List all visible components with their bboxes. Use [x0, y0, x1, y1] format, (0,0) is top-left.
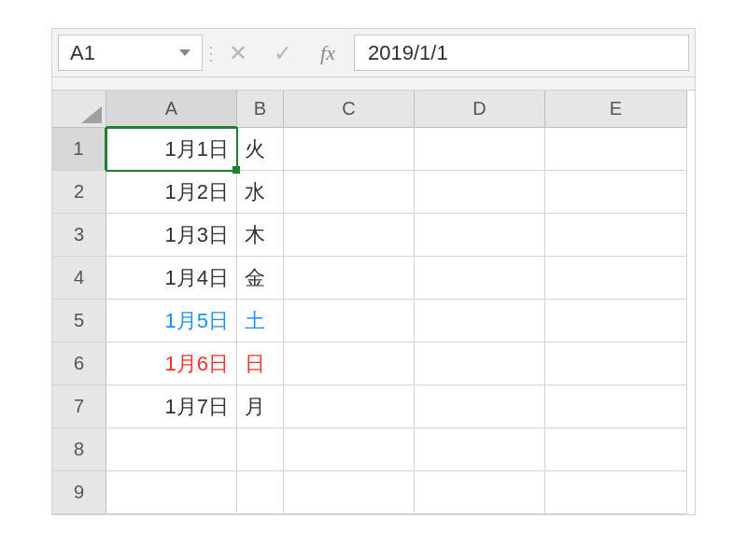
- column-header-B[interactable]: B: [237, 91, 284, 128]
- cell-value: 水: [245, 178, 265, 206]
- fill-handle[interactable]: [233, 166, 240, 174]
- row-header-6[interactable]: 6: [52, 343, 106, 385]
- cell-value: 1月3日: [165, 221, 229, 249]
- cell-D2[interactable]: [415, 171, 545, 214]
- cell-D4[interactable]: [415, 257, 545, 300]
- cell-E9[interactable]: [545, 471, 687, 514]
- formula-input[interactable]: 2019/1/1: [354, 35, 689, 71]
- cell-value: 1月5日: [165, 307, 229, 335]
- cell-B5[interactable]: 土: [237, 300, 284, 343]
- cell-value: 1月1日: [165, 135, 229, 163]
- cell-B8[interactable]: [237, 428, 284, 471]
- cell-A3[interactable]: 1月3日: [106, 214, 237, 257]
- cell-D9[interactable]: [415, 471, 545, 514]
- formula-input-value: 2019/1/1: [368, 41, 448, 65]
- cell-A8[interactable]: [106, 428, 237, 471]
- cell-C1[interactable]: [284, 128, 415, 171]
- cell-C8[interactable]: [284, 428, 415, 471]
- cell-A9[interactable]: [106, 471, 237, 514]
- cell-value: 金: [245, 264, 265, 292]
- cell-C3[interactable]: [284, 214, 415, 257]
- name-box[interactable]: A1: [58, 35, 203, 71]
- column-header-D[interactable]: D: [415, 91, 545, 128]
- cell-E2[interactable]: [545, 171, 687, 214]
- cell-B6[interactable]: 日: [237, 343, 284, 385]
- formula-bar-separator: ⋮: [206, 29, 216, 77]
- cell-D1[interactable]: [415, 128, 545, 171]
- cell-E6[interactable]: [545, 343, 687, 385]
- cell-value: 火: [245, 135, 265, 163]
- row-header-5[interactable]: 5: [52, 300, 106, 343]
- cell-C5[interactable]: [284, 300, 415, 343]
- cell-A2[interactable]: 1月2日: [106, 171, 237, 214]
- cell-D5[interactable]: [415, 300, 545, 343]
- row-header-8[interactable]: 8: [52, 428, 106, 471]
- ribbon-spacer: [52, 77, 695, 91]
- enter-button[interactable]: ✓: [261, 29, 305, 77]
- cell-A1[interactable]: 1月1日: [106, 128, 237, 171]
- column-header-C[interactable]: C: [284, 91, 415, 128]
- formula-bar: A1 ⋮ ✕ ✓ fx 2019/1/1: [52, 29, 695, 77]
- cell-E5[interactable]: [545, 300, 687, 343]
- cell-A5[interactable]: 1月5日: [106, 300, 237, 343]
- cell-C2[interactable]: [284, 171, 415, 214]
- cell-A7[interactable]: 1月7日: [106, 385, 237, 428]
- cell-value: 日: [245, 350, 265, 378]
- check-icon: ✓: [274, 40, 292, 66]
- cell-E4[interactable]: [545, 257, 687, 300]
- cell-B1[interactable]: 火: [237, 128, 284, 171]
- row-header-7[interactable]: 7: [52, 385, 106, 428]
- row-header-9[interactable]: 9: [52, 471, 106, 514]
- cell-value: 月: [245, 393, 265, 421]
- cell-C6[interactable]: [284, 343, 415, 385]
- cell-B7[interactable]: 月: [237, 385, 284, 428]
- cell-value: 1月4日: [165, 264, 229, 292]
- cell-value: 木: [245, 221, 265, 249]
- cell-E8[interactable]: [545, 428, 687, 471]
- x-icon: ✕: [229, 40, 247, 66]
- fx-icon: fx: [320, 41, 335, 65]
- cell-value: 1月6日: [165, 350, 229, 378]
- cell-E3[interactable]: [545, 214, 687, 257]
- insert-function-button[interactable]: fx: [305, 29, 350, 77]
- cell-B4[interactable]: 金: [237, 257, 284, 300]
- spreadsheet-grid[interactable]: ABCDE11月1日火21月2日水31月3日木41月4日金51月5日土61月6日…: [52, 91, 695, 514]
- chevron-down-icon[interactable]: [179, 49, 190, 56]
- cell-E1[interactable]: [545, 128, 687, 171]
- cell-D3[interactable]: [415, 214, 545, 257]
- cell-B2[interactable]: 水: [237, 171, 284, 214]
- cell-C7[interactable]: [284, 385, 415, 428]
- cell-D7[interactable]: [415, 385, 545, 428]
- row-header-2[interactable]: 2: [52, 171, 106, 214]
- row-header-4[interactable]: 4: [52, 257, 106, 300]
- cell-value: 1月2日: [165, 178, 229, 206]
- cell-B9[interactable]: [237, 471, 284, 514]
- select-all-corner[interactable]: [52, 91, 106, 128]
- cancel-button[interactable]: ✕: [216, 29, 261, 77]
- cell-C4[interactable]: [284, 257, 415, 300]
- cell-C9[interactable]: [284, 471, 415, 514]
- cell-D6[interactable]: [415, 343, 545, 385]
- cell-A4[interactable]: 1月4日: [106, 257, 237, 300]
- row-header-1[interactable]: 1: [52, 128, 106, 171]
- name-box-value: A1: [70, 41, 95, 65]
- spreadsheet-window: A1 ⋮ ✕ ✓ fx 2019/1/1 ABCDE11月1日火21月2日水31…: [51, 28, 696, 515]
- cell-A6[interactable]: 1月6日: [106, 343, 237, 385]
- column-header-A[interactable]: A: [106, 91, 237, 128]
- cell-E7[interactable]: [545, 385, 687, 428]
- column-header-E[interactable]: E: [545, 91, 687, 128]
- cell-B3[interactable]: 木: [237, 214, 284, 257]
- cell-value: 1月7日: [165, 393, 229, 421]
- row-header-3[interactable]: 3: [52, 214, 106, 257]
- cell-D8[interactable]: [415, 428, 545, 471]
- cell-value: 土: [245, 307, 265, 335]
